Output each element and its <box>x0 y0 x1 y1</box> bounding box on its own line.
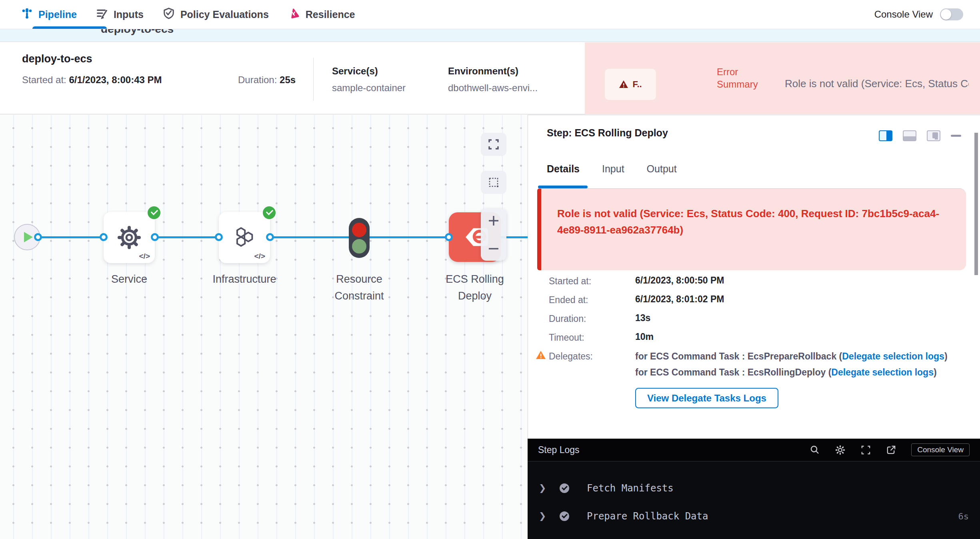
step-error-message: Role is not valid (Service: Ecs, Status … <box>541 189 966 238</box>
timeout-label: Timeout: <box>549 331 635 343</box>
duration-label: Duration: <box>549 313 635 324</box>
logs-search-icon[interactable] <box>810 445 820 455</box>
layout-bottom-fill <box>904 136 916 140</box>
fullscreen-icon <box>488 139 499 150</box>
tab-inputs[interactable]: Inputs <box>96 0 144 29</box>
environments-value[interactable]: dbothwell-aws-envi... <box>448 82 538 94</box>
toggle-knob <box>941 9 951 20</box>
layout-bottom-panel-button[interactable] <box>903 130 916 141</box>
log-rows: ❯ Fetch Manifests ❯ Prepare Rollback Dat… <box>528 461 980 530</box>
delegate-1-selection-logs-link[interactable]: Delegate selection logs <box>842 351 944 361</box>
step-panel-tabs: Details Input Output <box>547 163 677 175</box>
delegate-1-text: for ECS Command Task : EcsPrepareRollbac… <box>635 351 842 361</box>
started-label: Started at: <box>549 275 635 287</box>
log-success-check-icon <box>560 483 569 493</box>
tab-pipeline[interactable]: Pipeline <box>21 0 77 29</box>
log-row-prepare-rollback-data[interactable]: ❯ Prepare Rollback Data 6s <box>528 502 980 530</box>
resilience-chaos-icon <box>288 7 300 22</box>
step-label-resource-constraint: Resource Constraint <box>324 271 394 304</box>
detail-row-timeout: Timeout: 10m <box>549 331 965 343</box>
failed-badge-text: F.. <box>632 79 642 90</box>
started-at: Started at: 6/1/2023, 8:00:43 PM <box>22 74 162 86</box>
minimize-panel-button[interactable] <box>951 135 961 137</box>
tab-output[interactable]: Output <box>647 163 677 175</box>
resource-constraint-line2: Constraint <box>324 287 394 304</box>
hexagons-icon <box>230 224 258 252</box>
logs-fullscreen-icon[interactable] <box>861 445 871 455</box>
panel-scrollbar[interactable] <box>974 133 978 275</box>
pipeline-name: deploy-to-ecs <box>22 53 92 65</box>
timeout-value: 10m <box>635 331 654 342</box>
detail-row-started: Started at: 6/1/2023, 8:00:50 PM <box>549 275 965 287</box>
resource-constraint-line1: Resource <box>324 271 394 287</box>
ecs-label-line1: ECS Rolling <box>432 271 518 287</box>
scrolled-title-strip: deploy-to-ecs <box>0 29 980 42</box>
log-section-label: Fetch Manifests <box>587 483 969 494</box>
started-at-label: Started at: <box>22 74 66 85</box>
layout-right-fill <box>886 131 892 140</box>
console-view-toggle[interactable] <box>940 8 963 20</box>
delegate-2-text: for ECS Command Task : EcsRollingDeploy … <box>635 367 831 377</box>
delegate-2-selection-logs-link[interactable]: Delegate selection logs <box>831 367 934 377</box>
tab-inputs-label: Inputs <box>114 9 144 20</box>
detail-row-delegates: Delegates: for ECS Command Task : EcsPre… <box>549 350 965 408</box>
expand-chevron-icon[interactable]: ❯ <box>539 511 551 521</box>
log-row-fetch-manifests[interactable]: ❯ Fetch Manifests <box>528 474 980 502</box>
edge-connector-dot <box>266 233 274 241</box>
logs-open-external-icon[interactable] <box>886 445 896 455</box>
duration-label: Duration: <box>238 74 277 85</box>
edge-connector-dot <box>151 233 159 241</box>
expand-chevron-icon[interactable]: ❯ <box>539 483 551 493</box>
layout-floating-panel-button[interactable] <box>927 130 940 141</box>
error-summary-message: Role is not valid (Service: Ecs, Status … <box>785 78 969 90</box>
delegate-1-suffix: ) <box>944 351 948 361</box>
stage-node-infrastructure[interactable]: </> <box>219 212 270 263</box>
ecs-label-line2: Deploy <box>432 287 518 304</box>
tab-details[interactable]: Details <box>547 163 580 175</box>
zoom-in-button[interactable] <box>487 214 500 227</box>
step-logs-header: Step Logs Console View <box>528 439 980 461</box>
duration: Duration: 25s <box>238 74 296 86</box>
ended-value: 6/1/2023, 8:01:02 PM <box>635 294 724 305</box>
delegate-2-suffix: ) <box>934 367 937 377</box>
pipeline-canvas[interactable]: </> Service </> Infrastructure Resource … <box>0 115 528 539</box>
warning-triangle-icon <box>536 350 546 361</box>
step-node-resource-constraint[interactable] <box>349 218 370 258</box>
services-block: Service(s) sample-container <box>332 66 406 94</box>
step-panel-title: Step: ECS Rolling Deploy <box>547 127 668 139</box>
delegate-entry-2: for ECS Command Task : EcsRollingDeploy … <box>635 366 951 379</box>
shield-check-icon <box>163 7 175 22</box>
tab-resilience[interactable]: Resilience <box>288 0 355 29</box>
layout-floating-fill <box>932 132 938 138</box>
zoom-out-button[interactable] <box>487 242 500 255</box>
error-summary-label: Error Summary <box>717 66 773 90</box>
edge-connector-dot <box>100 233 108 241</box>
panel-layout-controls <box>879 130 961 141</box>
detail-row-duration: Duration: 13s <box>549 313 965 324</box>
delegates-value: for ECS Command Task : EcsPrepareRollbac… <box>635 350 951 408</box>
step-logs-console: Step Logs Console View ❯ Fetch Manifests… <box>528 439 980 539</box>
ended-label: Ended at: <box>549 294 635 305</box>
logs-settings-gear-icon[interactable] <box>835 445 846 455</box>
services-value[interactable]: sample-container <box>332 82 406 94</box>
top-navigation: Pipeline Inputs Policy Evaluations Resil… <box>0 0 980 29</box>
stage-node-service[interactable]: </> <box>104 212 155 263</box>
success-check-icon <box>148 206 160 219</box>
tab-resilience-label: Resilience <box>306 9 355 20</box>
environments-label: Environment(s) <box>448 66 538 77</box>
edge-connector-dot <box>34 233 42 241</box>
canvas-fullscreen-button[interactable] <box>481 133 506 156</box>
tab-input[interactable]: Input <box>602 163 624 175</box>
view-delegate-tasks-logs-button[interactable]: View Delegate Tasks Logs <box>635 388 778 408</box>
step-label-ecs-rolling-deploy: ECS Rolling Deploy <box>432 271 518 304</box>
layout-right-panel-button[interactable] <box>879 130 892 141</box>
traffic-light-red <box>352 223 366 237</box>
error-summary-banner: F.. Error Summary Role is not valid (Ser… <box>585 42 980 114</box>
canvas-marquee-select-button[interactable] <box>481 171 506 194</box>
duration-value: 13s <box>635 313 650 323</box>
code-icon: </> <box>139 252 150 261</box>
logs-console-view-button[interactable]: Console View <box>911 443 970 456</box>
execution-header: deploy-to-ecs Started at: 6/1/2023, 8:00… <box>0 42 980 114</box>
tab-policy-evaluations[interactable]: Policy Evaluations <box>163 0 269 29</box>
log-section-label: Prepare Rollback Data <box>587 511 958 522</box>
